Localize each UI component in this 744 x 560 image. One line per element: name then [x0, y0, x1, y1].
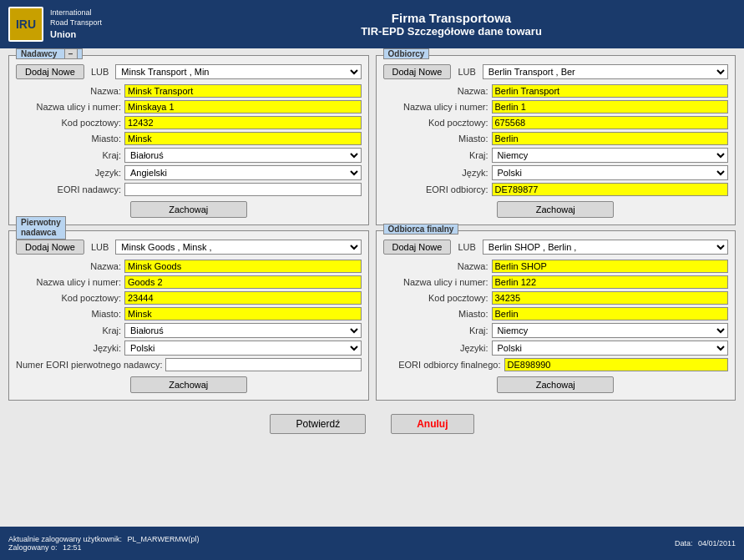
nadawcy-nazwa-input[interactable]	[124, 84, 362, 98]
odbiorca-eori-input[interactable]	[504, 358, 729, 371]
odbiorca-add-button[interactable]: Dodaj Nowe	[383, 240, 452, 255]
title-line2: TIR-EPD Szczegółowe dane towaru	[167, 25, 736, 38]
odbiorca-nazwa-row: Nazwa:	[383, 260, 729, 273]
odbiorca-ulica-label: Nazwa ulicy i numer:	[383, 277, 492, 287]
odbiorca-kraj-select[interactable]: Niemcy	[492, 323, 729, 338]
header-title: Firma Transportowa TIR-EPD Szczegółowe d…	[167, 11, 736, 38]
pierwotny-jezyk-label: Języki:	[16, 343, 124, 353]
odbiorcy-kraj-select[interactable]: Niemcy	[492, 148, 729, 163]
odbiorca-eori-label: EORI odbiorcy finalnego:	[383, 360, 504, 370]
pierwotny-miasto-input[interactable]	[124, 307, 362, 320]
odbiorcy-nazwa-row: Nazwa:	[383, 84, 729, 98]
pierwotny-nazwa-input[interactable]	[124, 260, 362, 273]
pierwotny-kod-input[interactable]	[124, 291, 362, 305]
footer: Aktualnie zalogowany użytkownik: PL_MARW…	[0, 527, 744, 560]
pierwotny-kraj-label: Kraj:	[16, 325, 124, 335]
odbiorcy-dropdown[interactable]: Berlin Transport , Ber	[483, 64, 728, 79]
odbiorca-jezyk-select[interactable]: Polski	[492, 341, 729, 356]
odbiorcy-ulica-label: Nazwa ulicy i numer:	[383, 102, 492, 112]
nadawcy-jezyk-select[interactable]: Angielski	[124, 165, 362, 180]
confirm-button[interactable]: Potwierdź	[270, 414, 366, 434]
nadawcy-kod-label: Kod pocztowy:	[16, 118, 124, 128]
nadawcy-lub: LUB	[91, 67, 109, 77]
pierwotny-nazwa-row: Nazwa:	[16, 260, 362, 273]
nadawcy-minus[interactable]: −	[64, 48, 78, 59]
odbiorca-ulica-row: Nazwa ulicy i numer:	[383, 275, 729, 289]
pierwotny-add-button[interactable]: Dodaj Nowe	[16, 240, 84, 255]
nadawcy-ulica-label: Nazwa ulicy i numer:	[16, 102, 124, 112]
pierwotny-jezyk-select[interactable]: Polski	[124, 341, 362, 356]
odbiorcy-lub: LUB	[458, 67, 475, 77]
odbiorcy-ulica-input[interactable]	[492, 100, 729, 114]
odbiorca-kod-row: Kod pocztowy:	[383, 291, 729, 305]
nadawcy-panel: Nadawcy − Dodaj Nowe LUB Minsk Transport…	[8, 55, 369, 225]
odbiorcy-miasto-row: Miasto:	[383, 132, 729, 145]
odbiorca-miasto-input[interactable]	[492, 307, 729, 320]
odbiorca-nazwa-input[interactable]	[492, 260, 729, 273]
odbiorcy-eori-label: EORI odbiorcy:	[383, 184, 492, 194]
nadawcy-eori-row: EORI nadawcy:	[16, 183, 362, 196]
footer-right: Data: 04/01/2011	[675, 539, 736, 547]
nadawcy-add-button[interactable]: Dodaj Nowe	[16, 64, 84, 79]
odbiorcy-kraj-label: Kraj:	[383, 150, 492, 160]
odbiorca-finalny-title: Odbiorca finalny	[383, 224, 459, 235]
pierwotny-zachowaj-row: Zachowaj	[16, 376, 362, 393]
odbiorcy-ulica-row: Nazwa ulicy i numer:	[383, 100, 729, 114]
nadawcy-kod-input[interactable]	[124, 116, 362, 129]
pierwotny-dropdown[interactable]: Minsk Goods , Minsk ,	[115, 240, 361, 255]
nadawcy-nazwa-label: Nazwa:	[16, 86, 124, 96]
pierwotny-miasto-row: Miasto:	[16, 307, 362, 320]
footer-zalogowany: Zalogowany o: 12:51	[8, 543, 199, 552]
odbiorca-kraj-row: Kraj: Niemcy	[383, 323, 729, 338]
odbiorca-miasto-row: Miasto:	[383, 307, 729, 320]
pierwotny-ulica-input[interactable]	[124, 275, 362, 289]
odbiorca-save-button[interactable]: Zachowaj	[497, 376, 614, 393]
pierwotny-kod-label: Kod pocztowy:	[16, 293, 124, 303]
odbiorca-dropdown[interactable]: Berlin SHOP , Berlin ,	[483, 240, 728, 255]
nadawcy-eori-input[interactable]	[124, 183, 362, 196]
odbiorcy-miasto-input[interactable]	[492, 132, 729, 145]
nadawcy-ulica-row: Nazwa ulicy i numer:	[16, 100, 362, 114]
pierwotny-ulica-row: Nazwa ulicy i numer:	[16, 275, 362, 289]
nadawcy-kraj-row: Kraj: Białoruś	[16, 148, 362, 163]
odbiorcy-eori-input[interactable]	[492, 183, 729, 196]
pierwotny-kraj-row: Kraj: Białoruś	[16, 323, 362, 338]
odbiorcy-title: Odbiorcy	[383, 48, 430, 59]
footer-aktualnie: Aktualnie zalogowany użytkownik: PL_MARW…	[8, 535, 199, 543]
odbiorca-finalny-panel: Odbiorca finalny Dodaj Nowe LUB Berlin S…	[376, 230, 736, 401]
logo-text: International Road Transport Union	[50, 8, 102, 40]
pierwotny-jezyk-row: Języki: Polski	[16, 341, 362, 356]
odbiorca-zachowaj-row: Zachowaj	[383, 376, 729, 393]
pierwotny-eori-input[interactable]	[165, 358, 361, 371]
nadawcy-miasto-row: Miasto:	[16, 132, 362, 145]
odbiorcy-header-row: Dodaj Nowe LUB Berlin Transport , Ber	[383, 64, 729, 79]
cancel-button[interactable]: Anuluj	[391, 414, 473, 434]
nadawcy-kraj-select[interactable]: Białoruś	[124, 148, 362, 163]
odbiorca-header-row: Dodaj Nowe LUB Berlin SHOP , Berlin ,	[383, 240, 729, 255]
nadawcy-ulica-input[interactable]	[124, 100, 362, 114]
nadawcy-miasto-label: Miasto:	[16, 134, 124, 144]
odbiorca-kod-input[interactable]	[492, 291, 729, 305]
odbiorcy-kod-input[interactable]	[492, 116, 729, 129]
pierwotny-save-button[interactable]: Zachowaj	[130, 376, 247, 393]
odbiorcy-save-button[interactable]: Zachowaj	[497, 201, 614, 218]
pierwotny-miasto-label: Miasto:	[16, 309, 124, 319]
content-area: Nadawcy − Dodaj Nowe LUB Minsk Transport…	[0, 48, 744, 527]
nadawcy-miasto-input[interactable]	[124, 132, 362, 145]
nadawcy-title: Nadawcy −	[16, 48, 83, 59]
odbiorcy-jezyk-select[interactable]: Polski	[492, 165, 729, 180]
pierwotny-nazwa-label: Nazwa:	[16, 261, 124, 271]
nadawcy-jezyk-row: Język: Angielski	[16, 165, 362, 180]
odbiorcy-kod-label: Kod pocztowy:	[383, 118, 492, 128]
odbiorcy-zachowaj-row: Zachowaj	[383, 201, 729, 218]
odbiorca-ulica-input[interactable]	[492, 275, 729, 289]
odbiorcy-miasto-label: Miasto:	[383, 134, 492, 144]
odbiorcy-add-button[interactable]: Dodaj Nowe	[383, 64, 452, 79]
pierwotny-kraj-select[interactable]: Białoruś	[124, 323, 362, 338]
odbiorcy-nazwa-input[interactable]	[492, 84, 729, 98]
odbiorcy-kod-row: Kod pocztowy:	[383, 116, 729, 129]
nadawcy-eori-label: EORI nadawcy:	[16, 184, 124, 194]
pierwotny-ulica-label: Nazwa ulicy i numer:	[16, 277, 124, 287]
nadawcy-dropdown[interactable]: Minsk Transport , Min	[115, 64, 361, 79]
nadawcy-save-button[interactable]: Zachowaj	[130, 201, 247, 218]
